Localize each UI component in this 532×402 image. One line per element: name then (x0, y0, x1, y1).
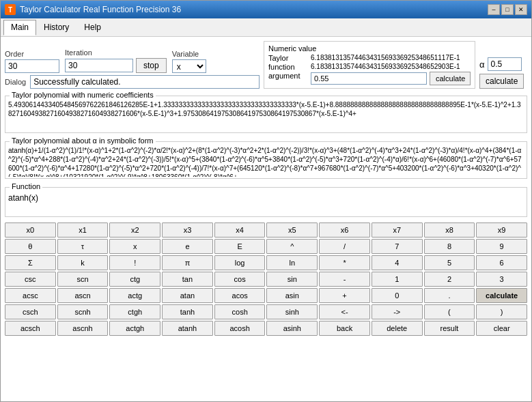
key-acos[interactable]: acos (214, 288, 266, 303)
key-scn[interactable]: scn (57, 272, 109, 287)
maximize-button[interactable]: □ (501, 4, 514, 15)
key-delete[interactable]: delete (372, 321, 423, 336)
key-left-arrow[interactable]: <- (319, 304, 370, 319)
key-3[interactable]: 3 (476, 272, 527, 287)
tab-main[interactable]: Main (3, 20, 36, 35)
key-cosh[interactable]: cosh (214, 304, 266, 319)
key-sigma[interactable]: Σ (5, 255, 56, 270)
key-theta[interactable]: θ (5, 239, 56, 254)
key-7[interactable]: 7 (372, 239, 423, 254)
key-actg[interactable]: actg (109, 288, 160, 303)
key-x7[interactable]: x7 (372, 222, 423, 238)
key-plus[interactable]: + (319, 288, 370, 303)
key-0[interactable]: 0 (372, 288, 423, 303)
alpha-panel: α calculate (479, 57, 527, 89)
key-x0[interactable]: x0 (5, 222, 56, 238)
key-asinh[interactable]: asinh (266, 321, 318, 336)
alpha-input[interactable] (488, 57, 522, 71)
key-sin[interactable]: sin (266, 272, 318, 287)
key-6[interactable]: 6 (476, 255, 527, 270)
close-button[interactable]: ✕ (515, 4, 527, 15)
key-ln[interactable]: ln (266, 255, 318, 270)
key-atanh[interactable]: atanh (162, 321, 213, 336)
key-acsch[interactable]: acsch (5, 321, 56, 336)
key-8[interactable]: 8 (424, 239, 475, 254)
key-1[interactable]: 1 (372, 272, 423, 287)
key-tau[interactable]: τ (57, 239, 109, 254)
key-close-paren[interactable]: ) (476, 304, 527, 319)
key-acsc[interactable]: acsc (5, 288, 56, 303)
key-ctgh[interactable]: ctgh (109, 304, 160, 319)
numeric-box: Numeric value Taylor 6.18381313574463431… (264, 41, 475, 89)
key-x9[interactable]: x9 (476, 222, 527, 238)
poly-symbolic-title: Taylor polynomial about α in symbolic fo… (10, 137, 156, 145)
key-pi[interactable]: π (162, 255, 213, 270)
numeric-title: Numeric value (268, 44, 471, 53)
key-tan[interactable]: tan (162, 272, 213, 287)
key-x3[interactable]: x3 (162, 222, 213, 238)
iteration-input[interactable] (65, 59, 133, 72)
tab-history[interactable]: History (36, 20, 76, 35)
key-scnh[interactable]: scnh (57, 304, 109, 319)
key-ascn[interactable]: ascn (57, 288, 109, 303)
key-asin[interactable]: asin (266, 288, 318, 303)
key-csch[interactable]: csch (5, 304, 56, 319)
dialog-input[interactable] (30, 75, 260, 89)
key-x2[interactable]: x2 (109, 222, 160, 238)
argument-input[interactable] (311, 72, 427, 85)
key-atan[interactable]: atan (162, 288, 213, 303)
order-input[interactable] (5, 59, 59, 73)
key-5[interactable]: 5 (424, 255, 475, 270)
key-x6[interactable]: x6 (319, 222, 370, 238)
app-icon: T (5, 4, 16, 15)
key-E[interactable]: E (214, 239, 266, 254)
key-cos[interactable]: cos (214, 272, 266, 287)
key-9[interactable]: 9 (476, 239, 527, 254)
tab-help[interactable]: Help (76, 20, 109, 35)
key-factorial[interactable]: ! (109, 255, 160, 270)
key-multiply[interactable]: * (319, 255, 370, 270)
key-x4[interactable]: x4 (214, 222, 266, 238)
key-k[interactable]: k (57, 255, 109, 270)
key-x1[interactable]: x1 (57, 222, 109, 238)
key-result[interactable]: result (424, 321, 475, 336)
key-power[interactable]: ^ (266, 239, 318, 254)
numeric-calculate-button[interactable]: calculate (430, 72, 471, 85)
function-value-display: 6.18381313574463431569336925348652903E-1 (311, 63, 471, 71)
key-calculate[interactable]: calculate (476, 288, 527, 303)
key-4[interactable]: 4 (372, 255, 423, 270)
key-2[interactable]: 2 (424, 272, 475, 287)
key-sinh[interactable]: sinh (266, 304, 318, 319)
main-content: Order Iteration stop Variable x (1, 37, 531, 401)
key-minus[interactable]: - (319, 272, 370, 287)
alpha-label: α (479, 59, 485, 70)
key-open-paren[interactable]: ( (424, 304, 475, 319)
variable-select[interactable]: x (172, 59, 206, 73)
key-log[interactable]: log (214, 255, 266, 270)
key-divide[interactable]: / (319, 239, 370, 254)
key-x8[interactable]: x8 (424, 222, 475, 238)
key-acosh[interactable]: acosh (214, 321, 266, 336)
function-label: function (268, 63, 308, 71)
window-title: Taylor Calculator Real Function Precisio… (20, 5, 181, 14)
function-section: Function atanh(x) (5, 187, 527, 217)
poly-symbolic-section: Taylor polynomial about α in symbolic fo… (5, 141, 527, 179)
key-actgh[interactable]: actgh (109, 321, 160, 336)
alpha-calculate-button[interactable]: calculate (479, 74, 524, 89)
key-back[interactable]: back (319, 321, 370, 336)
key-tanh[interactable]: tanh (162, 304, 213, 319)
iteration-label: Iteration (65, 48, 167, 57)
key-csc[interactable]: csc (5, 272, 56, 287)
key-dot[interactable]: . (424, 288, 475, 303)
key-e[interactable]: e (162, 239, 213, 254)
key-x5[interactable]: x5 (266, 222, 318, 238)
title-controls: – □ ✕ (488, 4, 527, 15)
key-ctg[interactable]: ctg (109, 272, 160, 287)
key-clear[interactable]: clear (476, 321, 527, 336)
stop-button[interactable]: stop (136, 58, 167, 73)
variable-group: Variable x (172, 50, 206, 73)
minimize-button[interactable]: – (488, 4, 500, 15)
key-x[interactable]: x (109, 239, 160, 254)
key-right-arrow[interactable]: -> (372, 304, 423, 319)
key-ascnh[interactable]: ascnh (57, 321, 109, 336)
